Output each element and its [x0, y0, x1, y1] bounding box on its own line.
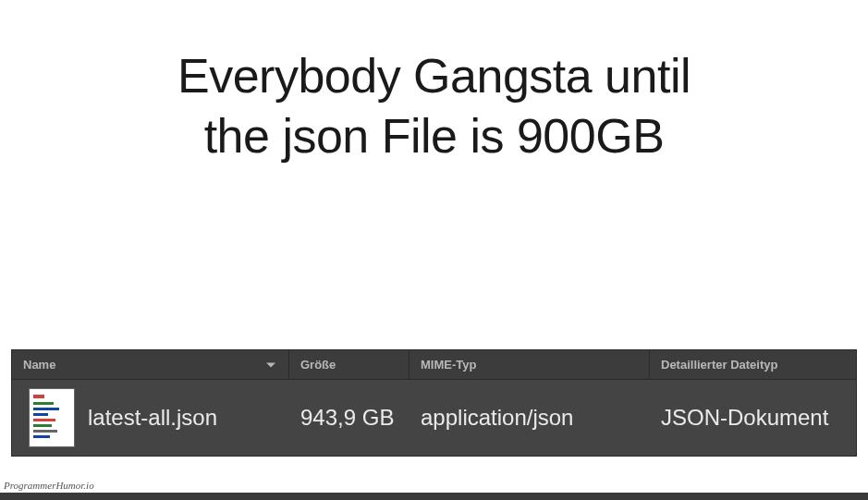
- file-name-cell: latest-all.json: [12, 380, 289, 456]
- file-size-cell: 943,9 GB: [289, 380, 410, 456]
- file-mime-text: application/json: [421, 405, 573, 431]
- column-header-size[interactable]: Größe: [289, 350, 410, 379]
- file-detail-text: JSON-Dokument: [661, 405, 828, 431]
- file-size-text: 943,9 GB: [300, 405, 394, 431]
- column-header-name-label: Name: [23, 358, 55, 372]
- caption-line-1: Everybody Gangsta until: [177, 49, 691, 103]
- file-mime-cell: application/json: [410, 380, 650, 456]
- bottom-bar: [0, 493, 868, 500]
- column-header-mime-label: MIME-Typ: [421, 358, 476, 372]
- column-header-row: Name Größe MIME-Typ Detaillierter Dateit…: [12, 350, 856, 380]
- caption-line-2: the json File is 900GB: [204, 109, 665, 163]
- file-thumbnail-icon: [29, 388, 75, 447]
- column-header-name[interactable]: Name: [12, 350, 289, 379]
- watermark-text: ProgrammerHumor.io: [4, 480, 94, 491]
- file-row[interactable]: latest-all.json 943,9 GB application/jso…: [12, 380, 856, 456]
- column-header-mime[interactable]: MIME-Typ: [410, 350, 650, 379]
- column-header-size-label: Größe: [300, 358, 336, 372]
- file-detail-cell: JSON-Dokument: [650, 380, 856, 456]
- sort-descending-icon: [266, 362, 275, 367]
- meme-caption: Everybody Gangsta until the json File is…: [0, 0, 868, 166]
- file-list-panel: Name Größe MIME-Typ Detaillierter Dateit…: [11, 349, 857, 457]
- file-name-text: latest-all.json: [88, 405, 217, 431]
- column-header-detail-label: Detaillierter Dateityp: [661, 358, 777, 372]
- column-header-detail[interactable]: Detaillierter Dateityp: [650, 350, 856, 379]
